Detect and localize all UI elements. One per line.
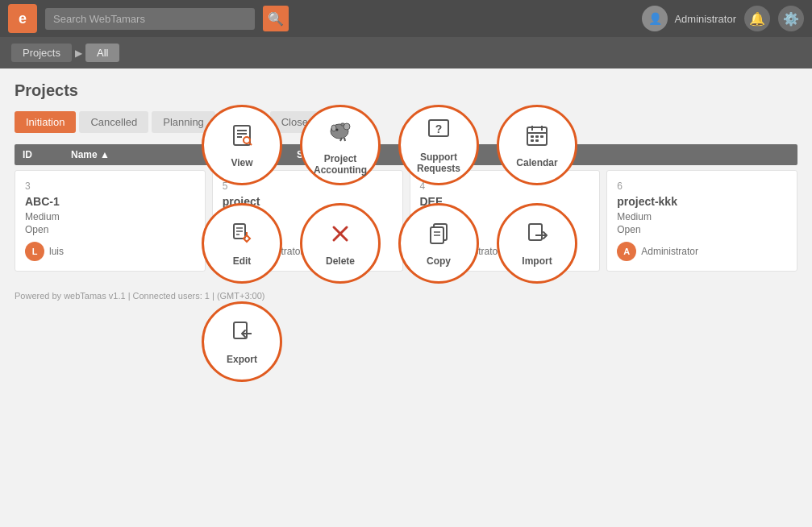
context-overlay[interactable]: View Project Accounting [0, 0, 812, 307]
edit-label: Edit [233, 255, 252, 267]
svg-rect-23 [535, 139, 539, 142]
ctx-export-button[interactable]: Export [202, 301, 282, 307]
svg-rect-20 [535, 135, 539, 138]
edit-icon [229, 221, 255, 251]
ctx-copy-button[interactable]: Copy [398, 203, 479, 284]
svg-line-12 [344, 138, 345, 141]
view-icon [229, 122, 255, 152]
svg-rect-19 [531, 135, 534, 138]
support-requests-label: Support Requests [401, 151, 477, 174]
ctx-calendar-button[interactable]: Calendar [497, 105, 577, 185]
svg-point-4 [244, 137, 250, 143]
svg-rect-10 [341, 123, 344, 126]
copy-label: Copy [427, 255, 451, 267]
ctx-delete-button[interactable]: Delete [300, 203, 381, 284]
ctx-edit-button[interactable]: Edit [202, 203, 282, 284]
calendar-label: Calendar [516, 157, 557, 168]
view-label: View [231, 157, 252, 168]
svg-point-8 [331, 125, 336, 131]
context-menu: View Project Accounting [202, 105, 585, 307]
ctx-view-button[interactable]: View [202, 105, 282, 185]
delete-icon [327, 221, 353, 251]
svg-rect-22 [531, 139, 534, 142]
ctx-import-button[interactable]: Import [497, 203, 577, 284]
project-accounting-label: Project Accounting [302, 153, 378, 176]
support-requests-icon: ? [426, 117, 452, 147]
svg-text:?: ? [435, 122, 443, 135]
ctx-support-requests-button[interactable]: ? Support Requests [398, 105, 479, 185]
copy-icon [426, 221, 452, 251]
ctx-project-accounting-button[interactable]: Project Accounting [300, 105, 381, 185]
svg-rect-0 [234, 126, 250, 145]
import-label: Import [522, 255, 552, 267]
svg-point-9 [336, 128, 339, 131]
svg-rect-21 [540, 135, 543, 138]
delete-label: Delete [326, 255, 355, 267]
import-icon [524, 221, 550, 251]
calendar-icon [524, 122, 550, 152]
project-accounting-icon [326, 115, 355, 148]
svg-rect-35 [529, 224, 542, 240]
